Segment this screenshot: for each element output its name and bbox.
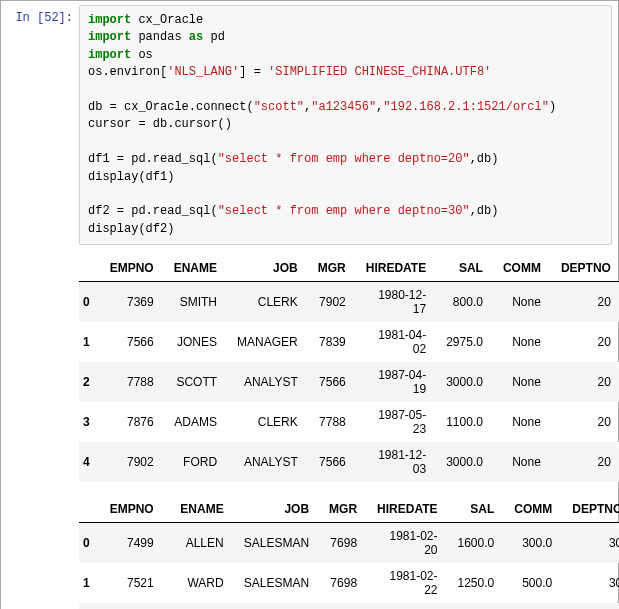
table-cell: 7698 bbox=[319, 523, 367, 564]
column-header: COMM bbox=[504, 496, 562, 523]
table-cell: 1987-04-19 bbox=[356, 362, 436, 402]
table-cell: 1400.0 bbox=[504, 603, 562, 609]
table-cell: 7654 bbox=[100, 603, 164, 609]
table-corner bbox=[79, 496, 100, 523]
code-token: os bbox=[131, 48, 153, 62]
table-cell: 7698 bbox=[319, 603, 367, 609]
table-cell: 7876 bbox=[100, 402, 164, 442]
table-cell: 1250.0 bbox=[448, 563, 505, 603]
table-cell: ADAMS bbox=[164, 402, 227, 442]
row-index: 2 bbox=[79, 603, 100, 609]
column-header: MGR bbox=[319, 496, 367, 523]
column-header: JOB bbox=[234, 496, 319, 523]
output-area: EMPNOENAMEJOBMGRHIREDATESALCOMMDEPTNO073… bbox=[73, 245, 612, 609]
table-cell: 7698 bbox=[319, 563, 367, 603]
table-cell: 1980-12-17 bbox=[356, 282, 436, 323]
column-header: DEPTNO bbox=[562, 496, 619, 523]
table-cell: 1250.0 bbox=[448, 603, 505, 609]
table-cell: 20 bbox=[551, 362, 619, 402]
table-cell: 7788 bbox=[100, 362, 164, 402]
code-token: df1 = pd.read_sql( bbox=[88, 152, 218, 166]
code-token: db = cx_Oracle.connect( bbox=[88, 100, 254, 114]
code-token: "192.168.2.1:1521/orcl" bbox=[383, 100, 549, 114]
column-header: JOB bbox=[227, 255, 308, 282]
row-index: 4 bbox=[79, 442, 100, 482]
table-cell: 7902 bbox=[100, 442, 164, 482]
table-row: 07499ALLENSALESMAN76981981-02-201600.030… bbox=[79, 523, 619, 564]
code-token: import bbox=[88, 13, 131, 27]
table-cell: None bbox=[493, 282, 551, 323]
row-index: 0 bbox=[79, 282, 100, 323]
table-corner bbox=[79, 255, 100, 282]
table-cell: SALESMAN bbox=[234, 603, 319, 609]
table-cell: 2975.0 bbox=[436, 322, 493, 362]
table-cell: WARD bbox=[164, 563, 234, 603]
table-cell: 1981-02-22 bbox=[367, 563, 447, 603]
table-cell: 7566 bbox=[308, 362, 356, 402]
code-token: 'NLS_LANG' bbox=[167, 65, 239, 79]
table-cell: 20 bbox=[551, 402, 619, 442]
table-cell: None bbox=[493, 442, 551, 482]
table-cell: 3000.0 bbox=[436, 442, 493, 482]
code-token: ,db) bbox=[470, 152, 499, 166]
table-cell: 30 bbox=[562, 523, 619, 564]
table-cell: CLERK bbox=[227, 282, 308, 323]
code-token: df2 = pd.read_sql( bbox=[88, 204, 218, 218]
table-cell: 30 bbox=[562, 563, 619, 603]
row-index: 2 bbox=[79, 362, 100, 402]
table-cell: 7521 bbox=[100, 563, 164, 603]
table-cell: 30 bbox=[562, 603, 619, 609]
table-cell: 7566 bbox=[100, 322, 164, 362]
row-index: 1 bbox=[79, 322, 100, 362]
table-cell: JONES bbox=[164, 322, 227, 362]
table-cell: None bbox=[493, 362, 551, 402]
code-token: pd bbox=[203, 30, 225, 44]
code-token: ,db) bbox=[470, 204, 499, 218]
table-row: 17566JONESMANAGER78391981-04-022975.0Non… bbox=[79, 322, 619, 362]
table-cell: SCOTT bbox=[164, 362, 227, 402]
code-token: import bbox=[88, 30, 131, 44]
table-cell: 1981-09-28 bbox=[367, 603, 447, 609]
column-header: EMPNO bbox=[100, 255, 164, 282]
code-cell: In [52]: import cx_Oracle import pandas … bbox=[7, 5, 612, 245]
table-cell: 1981-12-03 bbox=[356, 442, 436, 482]
table-cell: 1987-05-23 bbox=[356, 402, 436, 442]
table-cell: CLERK bbox=[227, 402, 308, 442]
column-header: HIREDATE bbox=[356, 255, 436, 282]
column-header: ENAME bbox=[164, 255, 227, 282]
notebook-cell: In [52]: import cx_Oracle import pandas … bbox=[0, 0, 619, 609]
table-cell: 7788 bbox=[308, 402, 356, 442]
table-cell: ALLEN bbox=[164, 523, 234, 564]
column-header: SAL bbox=[448, 496, 505, 523]
table-cell: ANALYST bbox=[227, 442, 308, 482]
table-cell: 7499 bbox=[100, 523, 164, 564]
code-token: os.environ[ bbox=[88, 65, 167, 79]
table-cell: 7566 bbox=[308, 442, 356, 482]
table-cell: 7839 bbox=[308, 322, 356, 362]
code-token: pandas bbox=[131, 30, 189, 44]
table-cell: 20 bbox=[551, 282, 619, 323]
code-token: "a123456" bbox=[311, 100, 376, 114]
column-header: COMM bbox=[493, 255, 551, 282]
code-token: as bbox=[189, 30, 203, 44]
table-row: 07369SMITHCLERK79021980-12-17800.0None20 bbox=[79, 282, 619, 323]
code-token: 'SIMPLIFIED CHINESE_CHINA.UTF8' bbox=[268, 65, 491, 79]
column-header: EMPNO bbox=[100, 496, 164, 523]
table-row: 37876ADAMSCLERK77881987-05-231100.0None2… bbox=[79, 402, 619, 442]
code-input[interactable]: import cx_Oracle import pandas as pd imp… bbox=[79, 5, 612, 245]
table-cell: 800.0 bbox=[436, 282, 493, 323]
row-index: 0 bbox=[79, 523, 100, 564]
code-token: cx_Oracle bbox=[131, 13, 203, 27]
row-index: 3 bbox=[79, 402, 100, 442]
table-cell: None bbox=[493, 322, 551, 362]
table-cell: MANAGER bbox=[227, 322, 308, 362]
code-token: "select * from emp where deptno=20" bbox=[218, 152, 470, 166]
table-row: 27654MARTINSALESMAN76981981-09-281250.01… bbox=[79, 603, 619, 609]
row-index: 1 bbox=[79, 563, 100, 603]
table-row: 27788SCOTTANALYST75661987-04-193000.0Non… bbox=[79, 362, 619, 402]
table-cell: 7369 bbox=[100, 282, 164, 323]
code-token: "select * from emp where deptno=30" bbox=[218, 204, 470, 218]
table-cell: None bbox=[493, 402, 551, 442]
table-cell: 3000.0 bbox=[436, 362, 493, 402]
table-cell: 1100.0 bbox=[436, 402, 493, 442]
